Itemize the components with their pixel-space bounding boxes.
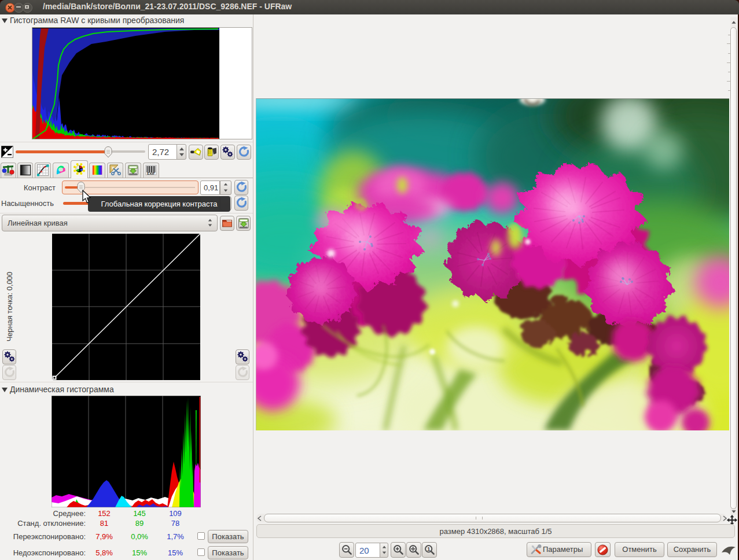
svg-text:1: 1 <box>427 546 430 552</box>
svg-text:EXIF: EXIF <box>147 172 155 175</box>
